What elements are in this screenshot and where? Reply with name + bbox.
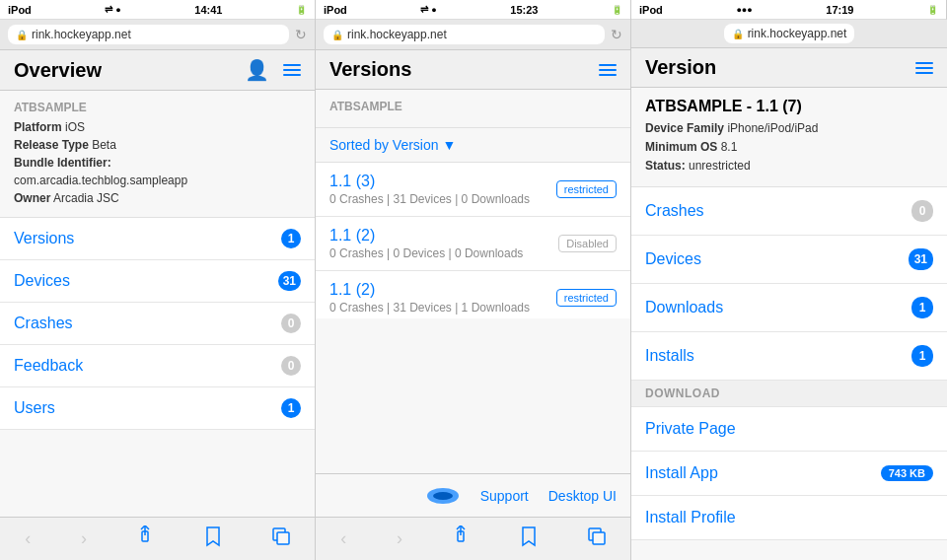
menu-icon-left[interactable] bbox=[283, 64, 301, 76]
detail-crashes-label: Crashes bbox=[645, 202, 704, 220]
left-url-field[interactable]: 🔒 rink.hockeyapp.net bbox=[8, 25, 289, 44]
mid-support-bar: Support Desktop UI bbox=[316, 473, 630, 517]
version-meta-0: 0 Crashes | 31 Devices | 0 Downloads bbox=[329, 192, 556, 206]
version-badge-1: Disabled bbox=[558, 235, 617, 252]
version-list: 1.1 (3) 0 Crashes | 31 Devices | 0 Downl… bbox=[316, 163, 630, 318]
left-url-text: rink.hockeyapp.net bbox=[32, 28, 131, 41]
nav-item-devices[interactable]: Devices 31 bbox=[0, 260, 315, 303]
version-item-0[interactable]: 1.1 (3) 0 Crashes | 31 Devices | 0 Downl… bbox=[316, 163, 630, 217]
version-info-2: 1.1 (2) 0 Crashes | 31 Devices | 1 Downl… bbox=[329, 281, 556, 315]
detail-crashes-badge: 0 bbox=[911, 200, 933, 222]
devices-badge: 31 bbox=[278, 271, 301, 291]
version-info-0: 1.1 (3) 0 Crashes | 31 Devices | 0 Downl… bbox=[329, 173, 556, 206]
sort-button[interactable]: Sorted by Version ▼ bbox=[329, 137, 456, 153]
detail-item-devices[interactable]: Devices 31 bbox=[631, 236, 947, 284]
tabs-button-mid[interactable] bbox=[588, 527, 606, 550]
mid-battery: 🔋 bbox=[612, 5, 622, 15]
overview-nav-list: Versions 1 Devices 31 Crashes 0 Feedback… bbox=[0, 218, 315, 430]
versions-badge: 1 bbox=[281, 229, 301, 248]
version-item-1[interactable]: 1.1 (2) 0 Crashes | 0 Devices | 0 Downlo… bbox=[316, 217, 630, 271]
version-title-0: 1.1 (3) bbox=[329, 173, 556, 190]
versions-title: Versions bbox=[329, 58, 411, 81]
nav-item-feedback[interactable]: Feedback 0 bbox=[0, 345, 315, 387]
right-carrier: iPod bbox=[639, 4, 663, 16]
left-reload-button[interactable]: ↻ bbox=[295, 27, 307, 42]
right-time: 17:19 bbox=[826, 4, 853, 16]
version-status: Status: unrestricted bbox=[645, 157, 933, 175]
svg-rect-9 bbox=[593, 532, 605, 544]
mid-time: 15:23 bbox=[510, 4, 538, 16]
bookmarks-button-mid[interactable] bbox=[520, 525, 538, 552]
right-url-text: rink.hockeyapp.net bbox=[748, 27, 847, 40]
menu-icon-right[interactable] bbox=[915, 62, 933, 74]
detail-list: Crashes 0 Devices 31 Downloads 1 Install… bbox=[631, 187, 947, 540]
detail-downloads-badge: 1 bbox=[911, 297, 933, 318]
users-badge: 1 bbox=[281, 398, 301, 418]
hockeyapp-logo bbox=[425, 484, 461, 508]
right-wifi: ●●● bbox=[736, 5, 752, 15]
version-detail-title-header: Version bbox=[645, 56, 716, 79]
mid-carrier: iPod bbox=[324, 4, 347, 16]
share-button-mid[interactable] bbox=[452, 525, 470, 552]
version-detail-nav-header: Version bbox=[631, 48, 947, 88]
forward-button-mid[interactable]: › bbox=[397, 528, 402, 549]
lock-icon-right: 🔒 bbox=[732, 29, 744, 39]
app-platform: Platform iOS bbox=[14, 118, 301, 136]
version-badge-0: restricted bbox=[556, 180, 617, 198]
menu-icon-mid[interactable] bbox=[599, 64, 617, 76]
support-link[interactable]: Support bbox=[480, 488, 529, 504]
devices-label: Devices bbox=[14, 272, 70, 290]
detail-item-crashes[interactable]: Crashes 0 bbox=[631, 187, 947, 236]
lock-icon-mid: 🔒 bbox=[331, 30, 343, 40]
app-name-left: ATBSAMPLE bbox=[14, 101, 301, 114]
version-badge-2: restricted bbox=[556, 289, 617, 307]
crashes-badge: 0 bbox=[281, 314, 301, 333]
mid-reload-button[interactable]: ↻ bbox=[611, 27, 622, 42]
detail-item-installs[interactable]: Installs 1 bbox=[631, 332, 947, 381]
nav-item-versions[interactable]: Versions 1 bbox=[0, 218, 315, 260]
forward-button-left[interactable]: › bbox=[81, 528, 87, 549]
detail-item-install-profile[interactable]: Install Profile bbox=[631, 496, 947, 540]
left-url-bar: 🔒 rink.hockeyapp.net ↻ bbox=[0, 20, 315, 50]
install-app-label: Install App bbox=[645, 464, 718, 482]
download-section-header: DOWNLOAD bbox=[631, 381, 947, 407]
sort-bar: Sorted by Version ▼ bbox=[316, 128, 630, 163]
left-time: 14:41 bbox=[194, 4, 222, 16]
version-title-1: 1.1 (2) bbox=[329, 227, 558, 245]
svg-rect-3 bbox=[277, 532, 289, 544]
desktop-ui-link[interactable]: Desktop UI bbox=[548, 488, 617, 504]
mid-url-field[interactable]: 🔒 rink.hockeyapp.net bbox=[324, 25, 605, 44]
version-info-header: ATBSAMPLE - 1.1 (7) Device Family iPhone… bbox=[631, 88, 947, 187]
right-battery: 🔋 bbox=[927, 5, 938, 15]
back-button-mid[interactable]: ‹ bbox=[340, 528, 346, 549]
detail-installs-label: Installs bbox=[645, 347, 694, 365]
version-meta-1: 0 Crashes | 0 Devices | 0 Downloads bbox=[329, 246, 558, 260]
app-info-section: ATBSAMPLE Platform iOS Release Type Beta… bbox=[0, 91, 315, 218]
right-url-field[interactable]: 🔒 rink.hockeyapp.net bbox=[724, 24, 855, 43]
back-button-left[interactable]: ‹ bbox=[25, 528, 31, 549]
share-button-left[interactable] bbox=[136, 525, 154, 552]
left-carrier: iPod bbox=[8, 4, 32, 16]
detail-item-downloads[interactable]: Downloads 1 bbox=[631, 284, 947, 332]
detail-item-install-app[interactable]: Install App 743 KB bbox=[631, 452, 947, 496]
overview-nav-header: Overview 👤 bbox=[0, 50, 315, 91]
detail-item-private-page[interactable]: Private Page bbox=[631, 407, 947, 452]
bookmarks-button-left[interactable] bbox=[204, 525, 222, 552]
tabs-button-left[interactable] bbox=[272, 527, 290, 550]
nav-item-users[interactable]: Users 1 bbox=[0, 387, 315, 430]
install-profile-label: Install Profile bbox=[645, 509, 736, 526]
left-wifi: ⇌ ● bbox=[105, 4, 120, 15]
mid-wifi: ⇌ ● bbox=[420, 4, 436, 15]
nav-item-crashes[interactable]: Crashes 0 bbox=[0, 303, 315, 345]
detail-installs-badge: 1 bbox=[911, 345, 933, 367]
version-item-2[interactable]: 1.1 (2) 0 Crashes | 31 Devices | 1 Downl… bbox=[316, 271, 630, 318]
left-bottom-bar: ‹ › bbox=[0, 517, 315, 560]
users-label: Users bbox=[14, 399, 55, 417]
app-owner: Owner Arcadia JSC bbox=[14, 189, 301, 207]
mid-url-bar: 🔒 rink.hockeyapp.net ↻ bbox=[316, 20, 630, 50]
user-icon[interactable]: 👤 bbox=[245, 58, 269, 82]
right-url-bar: 🔒 rink.hockeyapp.net bbox=[631, 20, 947, 48]
install-app-size-badge: 743 KB bbox=[881, 465, 933, 481]
detail-devices-label: Devices bbox=[645, 250, 701, 268]
version-info-1: 1.1 (2) 0 Crashes | 0 Devices | 0 Downlo… bbox=[329, 227, 558, 260]
